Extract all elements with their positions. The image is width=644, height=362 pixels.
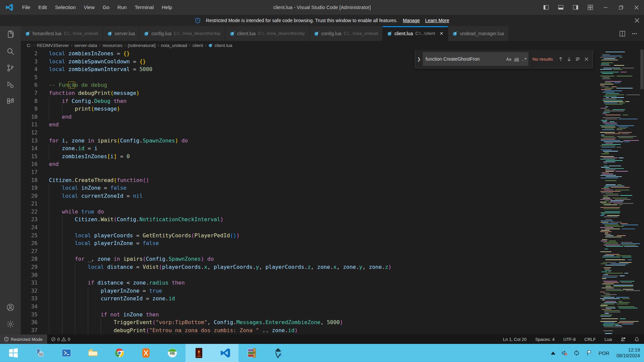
scrollbar-slider[interactable]	[640, 50, 644, 89]
code-editor[interactable]: 2local zombiesInZones = {}3local zombieS…	[21, 50, 644, 335]
close-tab-icon[interactable]: ✕	[439, 31, 443, 36]
find-input[interactable]	[423, 56, 505, 62]
breadcrumb-item[interactable]: resources	[103, 43, 122, 48]
code-line-12: 12	[21, 129, 599, 137]
line-content: if distance < zone.radius then	[49, 279, 599, 287]
problems-status[interactable]: 0 0	[51, 337, 70, 342]
tab-config.lua-2[interactable]: config.luaC:\...\noia_dieanotherday	[140, 26, 225, 41]
match-case-toggle[interactable]: Aa	[505, 57, 513, 62]
banner-close-icon[interactable]	[635, 15, 639, 26]
line-number: 18	[21, 176, 38, 184]
keyboard-language[interactable]: POR	[598, 350, 609, 356]
minimize-button[interactable]	[598, 0, 613, 15]
code-line-20: 20 local currentZoneId = nil	[21, 192, 599, 200]
tab-client.lua-3[interactable]: client.luaC:\...\noia_dieanotherday	[225, 26, 310, 41]
toggle-secondary-sidebar-icon[interactable]	[568, 0, 583, 15]
line-content	[49, 224, 599, 232]
taskbar-app-xampp[interactable]	[132, 344, 159, 362]
editor-scrollbar[interactable]	[640, 50, 644, 335]
status-language-mode[interactable]: Lua	[604, 337, 612, 342]
banner-learn-more-link[interactable]: Learn More	[425, 18, 449, 23]
indent-guide	[62, 239, 62, 247]
extensions-icon[interactable]	[0, 93, 21, 110]
taskbar-app-chrome[interactable]	[106, 344, 132, 362]
settings-gear-icon[interactable]	[0, 316, 21, 333]
network-icon[interactable]	[574, 350, 580, 356]
game-poster-icon	[194, 348, 204, 358]
toggle-panel-icon[interactable]	[553, 0, 568, 15]
tray-clock[interactable]: 12:19 08/10/2024	[616, 347, 640, 359]
menu-file[interactable]: File	[18, 0, 34, 15]
taskbar-app-spy-tool[interactable]	[265, 344, 291, 362]
previous-match-icon[interactable]	[556, 55, 565, 63]
split-editor-icon[interactable]	[617, 26, 627, 41]
breadcrumb-item[interactable]: client.lua	[208, 43, 232, 48]
notifications-bell-icon[interactable]	[634, 337, 639, 342]
volume-muted-icon[interactable]	[561, 350, 568, 356]
close-find-icon[interactable]	[582, 55, 591, 63]
account-icon[interactable]	[0, 299, 21, 316]
file-explorer-icon	[88, 348, 98, 358]
tab-server.lua[interactable]: server.lua	[103, 26, 140, 41]
status-encoding[interactable]: UTF-8	[564, 337, 576, 342]
status-eol-sequence[interactable]: CRLF	[584, 337, 596, 342]
code-line-31: 31 if distance < zone.radius then	[21, 279, 599, 287]
menu-run[interactable]: Run	[113, 0, 131, 15]
more-actions-icon[interactable]	[629, 26, 639, 41]
find-in-selection-icon[interactable]	[574, 55, 582, 63]
breadcrumb-item[interactable]: REDMV3Server	[37, 43, 69, 48]
restore-button[interactable]	[613, 0, 629, 15]
tab-fxmanifest.lua-0[interactable]: fxmanifest.luaC:\...\noia_undead	[21, 26, 103, 41]
source-control-icon[interactable]	[0, 60, 21, 76]
taskbar-app-winrar[interactable]	[238, 344, 265, 362]
indent-guide	[62, 255, 62, 263]
taskbar-app-file-explorer[interactable]	[79, 344, 106, 362]
taskbar-app-vscode[interactable]	[212, 344, 238, 362]
menu-terminal[interactable]: Terminal	[131, 0, 158, 15]
close-window-button[interactable]	[629, 0, 644, 15]
breadcrumb-item[interactable]: [sobrenatural]	[128, 43, 156, 48]
tab-config.lua-4[interactable]: config.luaC:\...\noia_undead	[310, 26, 383, 41]
feedback-icon[interactable]	[621, 337, 626, 342]
explorer-icon[interactable]	[0, 26, 21, 43]
taskbar-app-powershell[interactable]	[53, 344, 79, 362]
menu-help[interactable]: Help	[158, 0, 176, 15]
breadcrumb-item[interactable]: client	[193, 43, 203, 48]
line-content	[49, 73, 599, 81]
taskbar-app-heidisql[interactable]: HS	[159, 344, 185, 362]
toggle-sidebar-icon[interactable]	[539, 0, 553, 15]
tab-undead_manager.lua[interactable]: undead_manager.lua	[448, 26, 509, 41]
next-match-icon[interactable]	[565, 55, 574, 63]
menu-edit[interactable]: Edit	[34, 0, 51, 15]
menu-go[interactable]: Go	[99, 0, 113, 15]
status-bar-right: Ln 1, Col 20Spaces: 4UTF-8CRLFLua	[503, 337, 644, 342]
start-button[interactable]	[0, 344, 26, 362]
breadcrumb-item[interactable]: C:	[27, 43, 32, 48]
status-indentation[interactable]: Spaces: 4	[535, 337, 555, 342]
breadcrumb-separator-icon: ›	[33, 43, 36, 48]
breadcrumb-item[interactable]: noia_undead	[161, 43, 187, 48]
language-flag-icon[interactable]	[586, 350, 593, 356]
tray-expand-icon[interactable]	[551, 352, 555, 355]
whole-word-toggle[interactable]: ab	[513, 57, 520, 62]
line-number: 30	[21, 271, 38, 279]
banner-manage-link[interactable]: Manage	[403, 18, 420, 23]
minimap[interactable]	[599, 50, 640, 335]
toggle-replace-chevron-icon[interactable]: ❯	[415, 57, 423, 62]
line-number: 11	[21, 121, 38, 129]
menu-selection[interactable]: Selection	[51, 0, 80, 15]
find-result-label: No results	[533, 57, 553, 62]
search-icon[interactable]	[0, 43, 21, 60]
run-debug-icon[interactable]	[0, 76, 21, 93]
customize-layout-icon[interactable]	[583, 0, 598, 15]
taskbar-app-toolbox[interactable]	[26, 344, 53, 362]
breadcrumb-item[interactable]: server-data	[74, 43, 97, 48]
line-content: while true do	[49, 208, 599, 216]
restricted-mode-status[interactable]: Restricted Mode	[0, 335, 47, 344]
taskbar-app-game-poster[interactable]	[185, 344, 212, 362]
tab-client.lua-5[interactable]: client.luaC:\...\client✕	[383, 26, 448, 41]
menu-view[interactable]: View	[80, 0, 99, 15]
regex-toggle[interactable]: .*	[521, 57, 528, 62]
status-cursor-position[interactable]: Ln 1, Col 20	[503, 337, 527, 342]
code-line-37: 37 debugPrint("Entrou na zona dos zumbis…	[21, 326, 599, 335]
